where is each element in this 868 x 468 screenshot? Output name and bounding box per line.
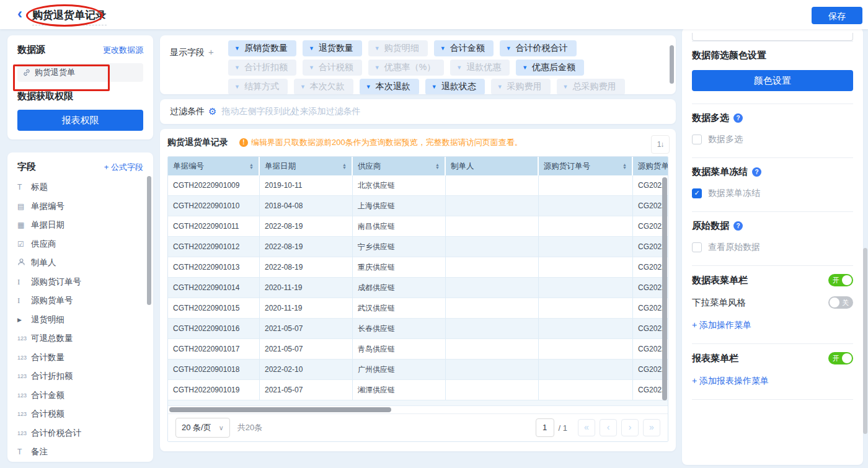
table-cell: 2020-11-19 <box>260 278 353 298</box>
column-header[interactable]: 源购货单 <box>633 157 668 175</box>
display-field-chip[interactable]: ▼合计折扣额 <box>228 60 296 76</box>
add-display-field-icon[interactable]: + <box>208 46 214 57</box>
report-menu-toggle[interactable]: 开 <box>828 352 853 364</box>
help-icon[interactable]: ? <box>752 167 761 177</box>
datasource-panel: 数据源 更改数据源 购货退货单 数据获取权限 报表权限 <box>7 35 153 139</box>
sort-arrows-icon[interactable]: ▲▼ <box>622 163 627 169</box>
table-row[interactable]: CGTH202209010162021-05-07长春供应链CG2022 <box>168 319 668 339</box>
column-header[interactable]: 源购货订单号▲▼ <box>539 157 633 175</box>
field-label: 制单人 <box>31 257 56 268</box>
checkbox[interactable]: ✓ <box>692 188 702 198</box>
field-item[interactable]: I源购货订单号 <box>17 273 147 292</box>
display-field-chip[interactable]: ▼合计价税合计 <box>500 40 577 56</box>
display-field-chip[interactable]: ▼原销货数量 <box>228 40 296 56</box>
help-icon[interactable]: ? <box>733 113 743 123</box>
add-action-menu-link[interactable]: + 添加操作菜单 <box>692 320 853 331</box>
help-icon[interactable]: ? <box>733 221 743 231</box>
display-field-chip[interactable]: ▼退货数量 <box>303 40 362 56</box>
fields-scrollbar[interactable] <box>147 176 151 305</box>
display-field-chip[interactable]: ▼合计金额 <box>434 40 494 56</box>
table-row[interactable]: CGTH202209010152020-11-19武汉供应链CG2022 <box>168 298 668 319</box>
checkbox[interactable] <box>692 135 702 144</box>
table-cell: 2021-05-07 <box>260 339 353 360</box>
column-header[interactable]: 制单人 <box>446 157 539 175</box>
table-row[interactable]: CGTH202209010102018-04-08上海供应链CG2022 <box>168 196 668 216</box>
sort-order-button[interactable]: 1↓ <box>651 135 670 154</box>
page-title[interactable]: 购货退货单记录 <box>32 8 107 25</box>
field-item[interactable]: 制单人 <box>17 254 147 273</box>
display-field-chip[interactable]: ▼优惠率（%） <box>368 60 444 76</box>
table-cell <box>446 237 539 257</box>
dropdown-style-toggle[interactable]: 关 <box>828 296 853 309</box>
display-field-chip[interactable]: ▼退款状态 <box>425 79 485 94</box>
display-field-chip[interactable]: ▼合计税额 <box>303 60 362 76</box>
raw-data-checkbox-row[interactable]: 查看原始数据 <box>692 242 853 253</box>
back-icon[interactable]: ‹ <box>17 5 22 22</box>
field-label: 合计价税合计 <box>31 428 81 439</box>
table-menu-toggle[interactable]: 开 <box>828 274 853 286</box>
current-page-input[interactable]: 1 <box>536 418 554 437</box>
display-field-chip[interactable]: ▼采购费用 <box>491 79 551 94</box>
column-header[interactable]: 单据编号▲▼ <box>168 157 260 175</box>
report-permission-button[interactable]: 报表权限 <box>17 110 143 131</box>
field-item[interactable]: ▤单据编号 <box>17 197 147 216</box>
sort-arrows-icon[interactable]: ▲▼ <box>435 163 440 169</box>
window-scrollbar[interactable] <box>863 248 867 434</box>
display-field-chip[interactable]: ▼优惠后金额 <box>516 60 584 76</box>
table-cell: 青岛供应链 <box>353 339 446 360</box>
chips-scrollbar[interactable] <box>670 45 674 84</box>
table-row[interactable]: CGTH202209010132022-08-19重庆供应链CG2022 <box>168 257 668 278</box>
display-field-chip[interactable]: ▼结算方式 <box>228 79 288 94</box>
field-item[interactable]: T标题 <box>17 178 147 197</box>
table-row[interactable]: CGTH202209010142020-11-19成都供应链CG2022 <box>168 278 668 298</box>
table-row[interactable]: CGTH202209010172021-05-07青岛供应链CG2022 <box>168 339 668 360</box>
column-header[interactable]: 供应商▲▼ <box>353 157 446 175</box>
table-row[interactable]: CGTH202209010192021-05-07湘潭供应链CG2022 <box>168 380 668 400</box>
display-field-chip[interactable]: ▼购货明细 <box>368 40 428 56</box>
field-item[interactable]: 123合计税额 <box>17 405 147 424</box>
table-row[interactable]: CGTH202209010092019-10-11北京供应链CG2022 <box>168 175 668 196</box>
sort-arrows-icon[interactable]: ▲▼ <box>249 163 254 169</box>
color-settings-button[interactable]: 颜色设置 <box>692 70 853 91</box>
field-item[interactable]: ☑供应商 <box>17 235 147 254</box>
column-header-label: 单据编号 <box>173 161 204 172</box>
menu-freeze-checkbox-row[interactable]: ✓ 数据菜单冻结 <box>692 188 853 199</box>
field-item[interactable]: 123合计数量 <box>17 348 147 368</box>
first-page-button[interactable]: « <box>578 419 595 436</box>
field-item[interactable]: 123合计金额 <box>17 386 147 405</box>
table-row[interactable]: CGTH202209010122022-08-19宁乡供应链CG2022 <box>168 237 668 257</box>
add-report-action-menu-link[interactable]: + 添加报表操作菜单 <box>692 376 853 387</box>
sort-arrows-icon[interactable]: ▲▼ <box>342 163 347 169</box>
doc-icon: ▤ <box>17 202 31 211</box>
field-item[interactable]: ▦单据日期 <box>17 216 147 235</box>
field-item[interactable]: 123可退总数量 <box>17 329 147 348</box>
display-field-chip[interactable]: ▼本次退款 <box>360 79 419 94</box>
page-size-select[interactable]: 20 条/页 ∨ <box>175 418 230 438</box>
table-row[interactable]: CGTH202209010182022-02-10广州供应链CG2022 <box>168 360 668 380</box>
save-button[interactable]: 保存 <box>812 7 862 24</box>
gear-icon[interactable]: ⚙ <box>208 106 216 117</box>
datasource-item[interactable]: 购货退货单 <box>17 63 143 82</box>
field-item[interactable]: ▶退货明细 <box>17 311 147 330</box>
last-page-button[interactable]: » <box>643 419 660 436</box>
field-item[interactable]: I源购货单号 <box>17 291 147 311</box>
display-field-chip[interactable]: ▼退款优惠 <box>450 60 510 76</box>
chip-row: ▼结算方式▼本次欠款▼本次退款▼退款状态▼采购费用▼总采购费用 <box>228 79 676 94</box>
checkbox[interactable] <box>692 242 702 252</box>
display-field-chip[interactable]: ▼本次欠款 <box>294 79 353 94</box>
field-item[interactable]: 123合计价税合计 <box>17 424 147 443</box>
table-cell: 2020-11-19 <box>260 298 353 319</box>
field-item[interactable]: 123合计折扣额 <box>17 367 147 386</box>
next-page-button[interactable]: › <box>621 419 639 436</box>
prev-page-button[interactable]: ‹ <box>600 419 617 436</box>
table-vertical-scrollbar[interactable] <box>662 177 667 400</box>
display-field-chip[interactable]: ▼总采购费用 <box>557 79 625 94</box>
table-row[interactable]: CGTH202209010112022-08-19南昌供应链CG2022 <box>168 216 668 237</box>
column-header[interactable]: 单据日期▲▼ <box>260 157 353 175</box>
add-formula-field-link[interactable]: + 公式字段 <box>104 162 143 173</box>
horizontal-scrollbar-thumb[interactable] <box>169 407 391 412</box>
change-datasource-link[interactable]: 更改数据源 <box>103 45 143 56</box>
caret-down-icon: ▼ <box>309 64 314 71</box>
multi-select-checkbox-row[interactable]: 数据多选 <box>692 134 853 145</box>
field-item[interactable]: T备注 <box>17 443 147 462</box>
